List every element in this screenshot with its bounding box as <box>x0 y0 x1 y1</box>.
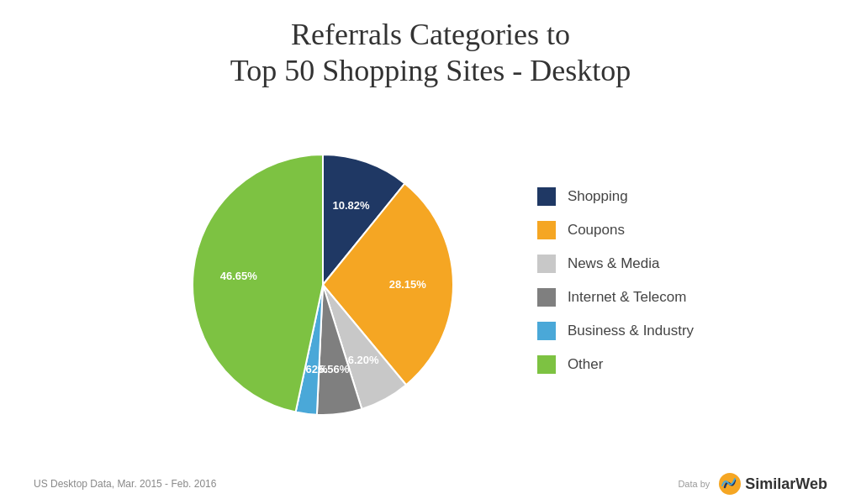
chart-title: Referrals Categories to Top 50 Shopping … <box>230 17 631 89</box>
legend-label-4: Business & Industry <box>568 323 694 339</box>
legend-item-5: Other <box>537 355 694 374</box>
legend-label-3: Internet & Telecom <box>568 289 686 306</box>
brand-attribution: Data by SimilarWeb <box>678 472 827 496</box>
legend-label-5: Other <box>568 356 604 373</box>
legend-color-2 <box>537 255 556 273</box>
pie-label-0: 10.82% <box>332 199 370 212</box>
footer: US Desktop Data, Mar. 2015 - Feb. 2016 D… <box>25 467 836 496</box>
legend-label-2: News & Media <box>568 255 660 272</box>
legend-color-3 <box>537 288 556 307</box>
chart-area: 10.82%28.15%6.20%5.56%2.62%46.65% Shoppi… <box>25 106 836 464</box>
similarweb-logo: SimilarWeb <box>718 472 827 496</box>
pie-svg: 10.82%28.15%6.20%5.56%2.62%46.65% <box>167 138 487 432</box>
pie-segment-5 <box>193 155 323 412</box>
legend-color-5 <box>537 355 556 374</box>
data-source: US Desktop Data, Mar. 2015 - Feb. 2016 <box>34 478 216 490</box>
legend-item-1: Coupons <box>537 221 694 239</box>
main-container: Referrals Categories to Top 50 Shopping … <box>0 0 861 504</box>
legend-color-4 <box>537 322 556 340</box>
title-line2: Top 50 Shopping Sites - Desktop <box>230 54 631 87</box>
data-by-label: Data by <box>678 479 710 489</box>
legend-label-1: Coupons <box>568 222 625 239</box>
pie-label-1: 28.15% <box>389 279 427 291</box>
pie-label-2: 6.20% <box>348 354 379 366</box>
legend: ShoppingCouponsNews & MediaInternet & Te… <box>537 187 694 374</box>
legend-color-0 <box>537 187 556 206</box>
legend-item-4: Business & Industry <box>537 322 694 340</box>
legend-item-0: Shopping <box>537 187 694 206</box>
legend-item-3: Internet & Telecom <box>537 288 694 307</box>
similarweb-icon <box>718 472 742 496</box>
legend-item-2: News & Media <box>537 255 694 273</box>
title-line1: Referrals Categories to <box>291 18 570 51</box>
legend-color-1 <box>537 221 556 239</box>
pie-label-5: 46.65% <box>220 270 258 283</box>
similarweb-text: SimilarWeb <box>745 475 827 493</box>
legend-label-0: Shopping <box>568 188 628 205</box>
pie-chart: 10.82%28.15%6.20%5.56%2.62%46.65% <box>167 138 487 432</box>
